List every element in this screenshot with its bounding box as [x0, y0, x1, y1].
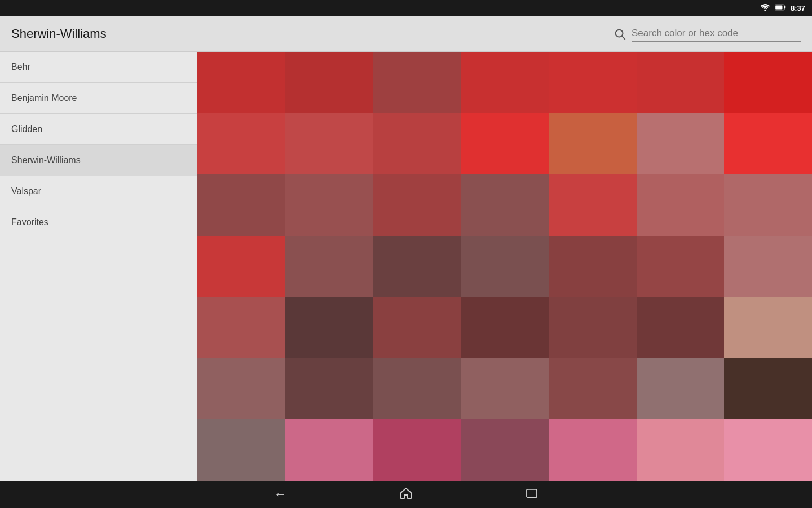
svg-point-0: [764, 9, 766, 11]
app-title: Sherwin-Williams: [11, 27, 614, 41]
color-cell[interactable]: [724, 297, 812, 358]
color-cell[interactable]: [373, 236, 461, 297]
color-cell[interactable]: [637, 358, 725, 420]
color-cell[interactable]: [373, 358, 461, 420]
battery-icon: [775, 4, 786, 12]
color-cell[interactable]: [461, 236, 549, 297]
color-cell[interactable]: [461, 174, 549, 236]
svg-rect-3: [775, 5, 782, 9]
color-cell[interactable]: [285, 419, 373, 481]
color-cell[interactable]: [285, 174, 373, 236]
color-cell[interactable]: [549, 113, 637, 175]
color-cell[interactable]: [549, 358, 637, 420]
color-cell[interactable]: [197, 419, 285, 481]
color-cell[interactable]: [285, 52, 373, 113]
color-cell[interactable]: [285, 113, 373, 175]
color-cell[interactable]: [724, 358, 812, 420]
color-cell[interactable]: [197, 52, 285, 113]
color-cell[interactable]: [637, 174, 725, 236]
color-cell[interactable]: [461, 113, 549, 175]
color-cell[interactable]: [724, 113, 812, 175]
color-cell[interactable]: [373, 174, 461, 236]
color-cell[interactable]: [549, 297, 637, 358]
svg-rect-2: [784, 6, 785, 8]
search-icon: [614, 28, 626, 40]
home-button[interactable]: [399, 487, 413, 502]
status-time: 8:37: [791, 4, 805, 12]
color-cell[interactable]: [461, 297, 549, 358]
color-cell[interactable]: [197, 113, 285, 175]
color-cell[interactable]: [285, 236, 373, 297]
color-cell[interactable]: [197, 236, 285, 297]
color-cell[interactable]: [637, 52, 725, 113]
color-cell[interactable]: [549, 52, 637, 113]
sidebar-item-behr[interactable]: Behr: [0, 52, 197, 83]
color-cell[interactable]: [461, 419, 549, 481]
color-cell[interactable]: [285, 297, 373, 358]
color-cell[interactable]: [549, 236, 637, 297]
wifi-icon: [760, 3, 770, 13]
app-bar: Sherwin-Williams: [0, 16, 812, 52]
color-cell[interactable]: [724, 419, 812, 481]
main-content: BehrBenjamin MooreGliddenSherwin-William…: [0, 52, 812, 481]
color-cell[interactable]: [373, 419, 461, 481]
back-button[interactable]: ←: [274, 487, 286, 502]
color-cell[interactable]: [285, 358, 373, 420]
color-cell[interactable]: [637, 419, 725, 481]
color-grid: [197, 52, 812, 481]
color-cell[interactable]: [373, 297, 461, 358]
color-cell[interactable]: [197, 297, 285, 358]
color-cell[interactable]: [637, 236, 725, 297]
svg-line-5: [622, 36, 625, 39]
color-cell[interactable]: [724, 52, 812, 113]
recents-button[interactable]: [526, 487, 538, 502]
color-cell[interactable]: [549, 419, 637, 481]
color-cell[interactable]: [197, 358, 285, 420]
color-cell[interactable]: [373, 113, 461, 175]
color-cell[interactable]: [724, 236, 812, 297]
search-input[interactable]: [632, 25, 801, 42]
color-cell[interactable]: [461, 358, 549, 420]
sidebar-item-valspar[interactable]: Valspar: [0, 176, 197, 207]
sidebar-item-favorites[interactable]: Favorites: [0, 207, 197, 238]
nav-bar: ←: [0, 481, 812, 508]
sidebar-item-glidden[interactable]: Glidden: [0, 114, 197, 145]
color-cell[interactable]: [724, 174, 812, 236]
status-bar: 8:37: [0, 0, 812, 16]
color-cell[interactable]: [461, 52, 549, 113]
color-cell[interactable]: [549, 174, 637, 236]
search-area: [614, 25, 801, 42]
color-cell[interactable]: [637, 113, 725, 175]
color-cell[interactable]: [373, 52, 461, 113]
sidebar-item-sherwin-williams[interactable]: Sherwin-Williams: [0, 145, 197, 176]
sidebar-item-benjamin-moore[interactable]: Benjamin Moore: [0, 83, 197, 114]
sidebar: BehrBenjamin MooreGliddenSherwin-William…: [0, 52, 197, 481]
color-cell[interactable]: [637, 297, 725, 358]
svg-rect-6: [527, 489, 537, 497]
color-cell[interactable]: [197, 174, 285, 236]
